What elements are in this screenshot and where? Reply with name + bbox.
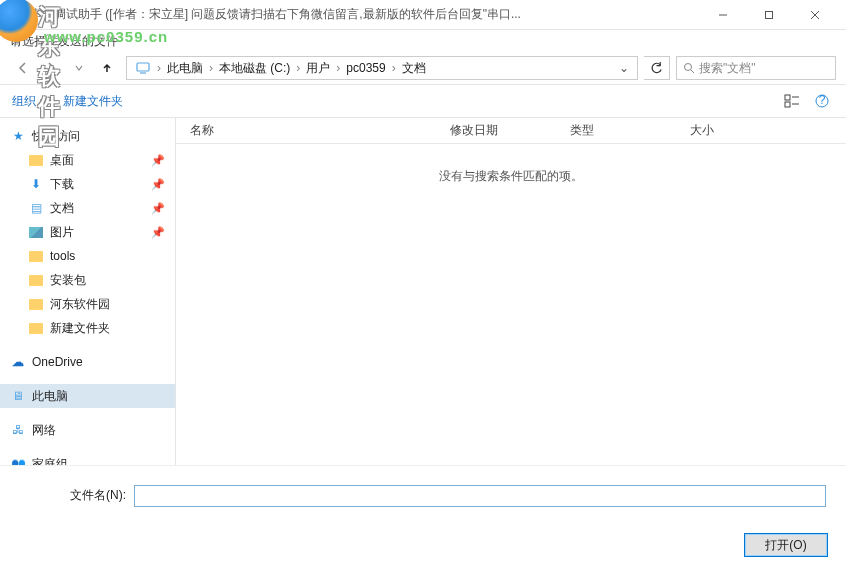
sidebar-item-install[interactable]: 安装包 [0, 268, 175, 292]
search-icon [683, 62, 695, 74]
download-icon: ⬇ [28, 176, 44, 192]
nav-forward-button[interactable] [38, 56, 64, 80]
sidebar-item-hedong[interactable]: 河东软件园 [0, 292, 175, 316]
toolbar: 组织 ▾ 新建文件夹 ? [0, 84, 846, 118]
svg-rect-9 [785, 102, 790, 107]
nav-up-button[interactable] [94, 56, 120, 80]
sidebar-item-documents[interactable]: ▤ 文档 📌 [0, 196, 175, 220]
svg-point-6 [685, 64, 692, 71]
filename-input[interactable] [134, 485, 826, 507]
new-folder-button[interactable]: 新建文件夹 [63, 93, 123, 110]
close-button[interactable] [792, 1, 838, 29]
document-icon: ▤ [28, 200, 44, 216]
chevron-right-icon: › [207, 61, 215, 75]
maximize-button[interactable] [746, 1, 792, 29]
pin-icon: 📌 [151, 154, 165, 167]
column-headers: 名称 修改日期 类型 大小 [176, 118, 846, 144]
column-type[interactable]: 类型 [556, 122, 676, 139]
app-icon [8, 7, 24, 23]
chevron-down-icon: ▾ [40, 96, 45, 106]
picture-icon [28, 224, 44, 240]
onedrive-icon: ☁ [10, 354, 26, 370]
sidebar-onedrive[interactable]: ☁ OneDrive [0, 350, 175, 374]
svg-rect-4 [137, 63, 149, 71]
sidebar-homegroup[interactable]: 👥 家庭组 [0, 452, 175, 465]
this-pc-icon [135, 60, 151, 76]
sidebar-this-pc[interactable]: 🖥 此电脑 [0, 384, 175, 408]
nav-back-button[interactable] [10, 56, 36, 80]
folder-icon [28, 152, 44, 168]
column-date[interactable]: 修改日期 [436, 122, 556, 139]
dialog-footer: 打开(O) [0, 525, 846, 565]
folder-icon [28, 296, 44, 312]
svg-rect-8 [785, 95, 790, 100]
breadcrumb-part[interactable]: 本地磁盘 (C:) [215, 57, 294, 79]
app-title: 串口调试助手 ([作者：宋立星] 问题反馈请扫描右下角微信留言,最新版的软件后台… [30, 6, 700, 23]
filename-row: 文件名(N): [0, 465, 846, 525]
folder-icon [28, 272, 44, 288]
open-button[interactable]: 打开(O) [744, 533, 828, 557]
svg-line-7 [691, 70, 694, 73]
breadcrumb-root[interactable]: 此电脑 [163, 57, 207, 79]
folder-icon [28, 320, 44, 336]
file-list-area: 名称 修改日期 类型 大小 没有与搜索条件匹配的项。 [176, 118, 846, 465]
organize-button[interactable]: 组织 ▾ [12, 93, 45, 110]
star-icon: ★ [10, 128, 26, 144]
app-titlebar: 串口调试助手 ([作者：宋立星] 问题反馈请扫描右下角微信留言,最新版的软件后台… [0, 0, 846, 30]
view-options-button[interactable] [780, 89, 804, 113]
sidebar: ★ 快速访问 桌面 📌 ⬇ 下载 📌 ▤ 文档 📌 图片 📌 tools [0, 118, 176, 465]
breadcrumb[interactable]: › 此电脑 › 本地磁盘 (C:) › 用户 › pc0359 › 文档 ⌄ [126, 56, 638, 80]
chevron-right-icon: › [155, 61, 163, 75]
homegroup-icon: 👥 [10, 456, 26, 465]
this-pc-icon: 🖥 [10, 388, 26, 404]
pin-icon: 📌 [151, 202, 165, 215]
chevron-right-icon: › [334, 61, 342, 75]
svg-rect-1 [766, 11, 773, 18]
sidebar-item-desktop[interactable]: 桌面 📌 [0, 148, 175, 172]
search-placeholder: 搜索"文档" [699, 60, 756, 77]
column-name[interactable]: 名称 [176, 122, 436, 139]
breadcrumb-part[interactable]: 用户 [302, 57, 334, 79]
sidebar-item-downloads[interactable]: ⬇ 下载 📌 [0, 172, 175, 196]
breadcrumb-part[interactable]: pc0359 [342, 57, 389, 79]
search-input[interactable]: 搜索"文档" [676, 56, 836, 80]
pin-icon: 📌 [151, 178, 165, 191]
address-bar: › 此电脑 › 本地磁盘 (C:) › 用户 › pc0359 › 文档 ⌄ 搜… [0, 52, 846, 84]
dialog-title: 请选择要发送的文件 [0, 30, 846, 52]
folder-icon [28, 248, 44, 264]
help-button[interactable]: ? [810, 89, 834, 113]
chevron-right-icon: › [390, 61, 398, 75]
sidebar-item-newfolder[interactable]: 新建文件夹 [0, 316, 175, 340]
network-icon: 🖧 [10, 422, 26, 438]
pin-icon: 📌 [151, 226, 165, 239]
empty-message: 没有与搜索条件匹配的项。 [176, 144, 846, 185]
breadcrumb-part[interactable]: 文档 [398, 57, 430, 79]
refresh-button[interactable] [644, 56, 670, 80]
sidebar-item-tools[interactable]: tools [0, 244, 175, 268]
sidebar-item-pictures[interactable]: 图片 📌 [0, 220, 175, 244]
chevron-right-icon: › [294, 61, 302, 75]
sidebar-quick-access[interactable]: ★ 快速访问 [0, 124, 175, 148]
filename-label: 文件名(N): [70, 487, 126, 504]
sidebar-network[interactable]: 🖧 网络 [0, 418, 175, 442]
breadcrumb-dropdown-icon[interactable]: ⌄ [615, 61, 633, 75]
svg-text:?: ? [819, 94, 826, 107]
nav-recent-button[interactable] [66, 56, 92, 80]
column-size[interactable]: 大小 [676, 122, 756, 139]
minimize-button[interactable] [700, 1, 746, 29]
